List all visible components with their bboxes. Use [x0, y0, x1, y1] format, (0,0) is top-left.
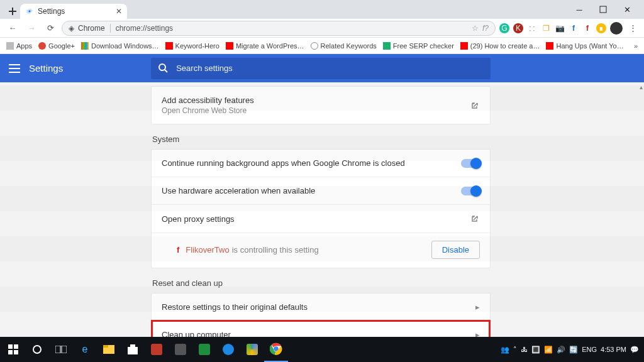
window-close-button[interactable]: ✕ [615, 0, 639, 19]
flikover-icon: f [177, 245, 179, 255]
pinned-app-3-icon[interactable] [199, 344, 210, 355]
task-view-button[interactable] [49, 337, 73, 362]
browser-tabbar: Settings ✕ ─ ✕ [0, 0, 644, 19]
tray-network-icon[interactable]: 🖧 [521, 346, 528, 353]
bookmark-item[interactable]: Free SERP checker [383, 42, 454, 50]
ext-marks-icon[interactable]: ⸬ [527, 23, 537, 33]
tray-wifi-icon[interactable]: 📶 [544, 346, 553, 354]
tray-volume-icon[interactable]: 🔊 [557, 346, 565, 354]
pinned-app-1-icon[interactable] [151, 344, 162, 355]
accessibility-row[interactable]: Add accessibility features Open Chrome W… [151, 86, 491, 124]
row-restore-defaults[interactable]: Restore settings to their original defau… [152, 293, 490, 321]
window-minimize-button[interactable]: ─ [567, 0, 591, 19]
system-clock[interactable]: 4:53 PM [601, 346, 626, 353]
windows-taskbar: e 👥 ˄ 🖧 🔳 📶 🔊 🔄 ENG 4:53 PM 💬 [0, 337, 644, 362]
pinned-app-2-icon[interactable] [175, 344, 186, 355]
bookmark-star-icon[interactable]: ☆ [472, 24, 479, 33]
edge-icon[interactable]: e [73, 337, 97, 362]
extensions-tray: G K ⸬ ❐ 📷 f f ∎ ⋮ [499, 22, 639, 35]
scroll-up-icon[interactable]: ▴ [640, 84, 643, 90]
ext-grammarly-icon[interactable]: G [499, 23, 509, 33]
forward-button[interactable]: → [24, 21, 39, 36]
accessibility-subtitle: Open Chrome Web Store [162, 106, 254, 115]
external-link-icon [470, 101, 480, 111]
svg-rect-12 [128, 347, 138, 354]
cortana-button[interactable] [25, 337, 49, 362]
browser-tab[interactable]: Settings ✕ [20, 4, 127, 19]
back-button[interactable]: ← [5, 21, 20, 36]
extension-name: FlikoverTwo [186, 245, 229, 255]
bookmark-item[interactable]: Migrate a WordPres… [226, 42, 304, 50]
ext-facebook-icon[interactable]: f [569, 23, 579, 33]
url-text: chrome://settings [116, 24, 173, 33]
row-background-apps[interactable]: Continue running background apps when Go… [152, 150, 490, 177]
svg-rect-1 [600, 6, 606, 13]
chevron-right-icon: ▸ [475, 302, 480, 312]
svg-rect-13 [130, 344, 135, 347]
row-clean-up-computer[interactable]: Clean up computer ▸ [152, 321, 490, 337]
action-center-icon[interactable]: 💬 [630, 346, 639, 354]
tray-sync-icon[interactable]: 🔄 [569, 346, 578, 354]
toggle-hardware-accel[interactable] [461, 187, 480, 195]
bookmark-item[interactable]: Download Windows… [81, 42, 159, 50]
svg-rect-3 [8, 344, 13, 349]
reset-section-title: Reset and clean up [152, 278, 491, 288]
system-section-title: System [152, 134, 491, 144]
ext-flikover-icon[interactable]: f [582, 23, 592, 33]
bookmarks-overflow-icon[interactable]: » [634, 42, 638, 50]
tray-language[interactable]: ENG [582, 346, 597, 353]
search-icon [158, 63, 169, 74]
svg-rect-6 [14, 350, 18, 354]
bookmark-item[interactable]: (29) How to create a… [460, 42, 540, 50]
bookmark-item[interactable]: Hang Ups (Want Yo… [546, 42, 623, 50]
row-proxy-settings[interactable]: Open proxy settings [152, 204, 490, 233]
new-tab-button[interactable] [5, 4, 20, 19]
chrome-taskbar-icon[interactable] [264, 337, 288, 362]
explorer-icon[interactable] [97, 337, 121, 362]
url-chip: Chrome [78, 24, 111, 33]
row-hardware-accel[interactable]: Use hardware acceleration when available [152, 177, 490, 204]
site-info-icon: ◈ [69, 24, 74, 33]
svg-rect-9 [62, 346, 67, 353]
accessibility-title: Add accessibility features [162, 96, 254, 105]
close-tab-icon[interactable]: ✕ [116, 7, 122, 16]
ext-bitly-icon[interactable]: ❐ [541, 23, 551, 33]
tray-overflow-icon[interactable]: ˄ [513, 346, 517, 354]
svg-rect-11 [103, 345, 108, 348]
profile-avatar-icon[interactable] [610, 22, 623, 35]
disable-extension-button[interactable]: Disable [431, 241, 480, 259]
tray-battery-icon[interactable]: 🔳 [531, 346, 540, 354]
bookmarks-bar: Apps Google+ Download Windows… Keyword-H… [0, 38, 644, 54]
window-maximize-button[interactable] [591, 0, 615, 19]
bookmark-item[interactable]: Related Keywords [311, 42, 377, 50]
ext-misc-icon[interactable]: ∎ [596, 23, 606, 33]
proxy-controlled-by-extension: f FlikoverTwo is controlling this settin… [152, 233, 490, 268]
toggle-background-apps[interactable] [461, 159, 480, 168]
reload-button[interactable]: ⟳ [43, 21, 58, 36]
chevron-right-icon: ▸ [475, 330, 480, 337]
external-link-icon [470, 214, 480, 224]
pinned-app-4-icon[interactable] [223, 344, 234, 355]
google-ads-icon[interactable] [247, 344, 258, 355]
menu-icon[interactable] [0, 64, 29, 73]
bookmark-item[interactable]: Keyword-Hero [165, 42, 219, 50]
svg-rect-4 [14, 344, 18, 349]
store-icon[interactable] [121, 337, 145, 362]
bookmark-item[interactable]: Google+ [38, 42, 75, 50]
svg-point-2 [159, 64, 165, 70]
svg-rect-8 [55, 346, 60, 353]
extension-note: is controlling this setting [232, 245, 319, 255]
ext-keyword-icon[interactable]: K [513, 23, 523, 33]
start-menu-button[interactable] [1, 337, 25, 362]
omnibox-hint-text: f? [482, 24, 489, 33]
svg-point-7 [33, 346, 41, 353]
svg-rect-5 [8, 350, 13, 354]
omnibox[interactable]: ◈ Chrome chrome://settings ☆ f? [62, 21, 496, 36]
search-settings-box[interactable] [151, 58, 491, 79]
settings-header: Settings [0, 54, 644, 82]
bookmark-item[interactable]: Apps [6, 42, 32, 50]
ext-camera-icon[interactable]: 📷 [555, 23, 565, 33]
chrome-menu-icon[interactable]: ⋮ [626, 22, 639, 35]
search-settings-input[interactable] [175, 63, 483, 74]
tray-people-icon[interactable]: 👥 [501, 346, 509, 354]
